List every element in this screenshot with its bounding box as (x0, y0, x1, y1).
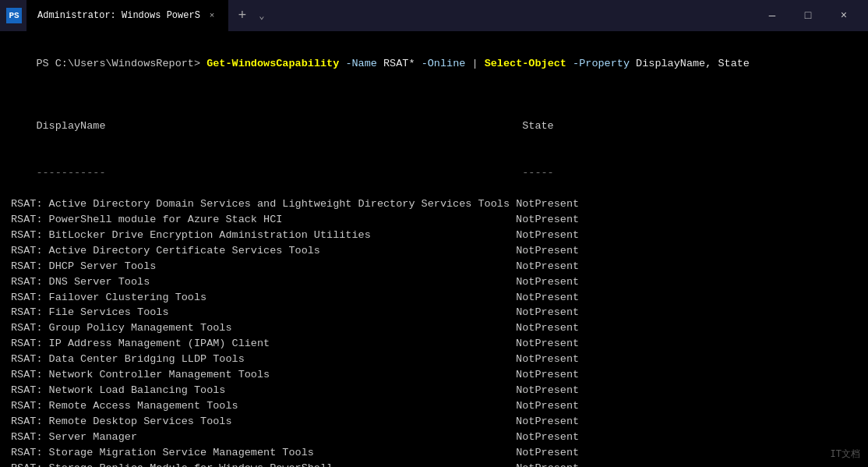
table-row: RSAT: File Services Tools NotPresent (11, 305, 857, 320)
row-displayname: RSAT: Failover Clustering Tools (11, 292, 206, 303)
table-row: RSAT: Storage Migration Service Manageme… (11, 445, 857, 461)
blank-line-1 (11, 87, 857, 103)
minimize-button[interactable]: — (754, 0, 790, 31)
cmd-get: Get-WindowsCapability (206, 58, 339, 69)
row-state: NotPresent (516, 198, 579, 210)
cmd-name-param: -Name (339, 58, 383, 69)
column-separator: ----------- ----- (11, 150, 857, 196)
cmd-online-param: -Online (415, 58, 472, 69)
row-displayname: RSAT: Storage Replica Module for Windows… (11, 462, 333, 467)
header-displayname: DisplayName (36, 120, 105, 132)
table-row: RSAT: Failover Clustering Tools NotPrese… (11, 290, 857, 306)
row-displayname: RSAT: DHCP Server Tools (11, 260, 156, 272)
row-displayname: RSAT: Remote Desktop Services Tools (11, 416, 232, 427)
row-state: NotPresent (516, 384, 579, 396)
pipe-char: | (471, 58, 484, 69)
row-displayname: RSAT: Active Directory Domain Services a… (11, 198, 510, 210)
row-state: NotPresent (516, 369, 579, 380)
close-button[interactable]: × (826, 0, 862, 31)
row-displayname: RSAT: IP Address Management (IPAM) Clien… (11, 338, 270, 349)
command-line: PS C:\Users\WindowsReport> Get-WindowsCa… (11, 41, 857, 87)
row-state: NotPresent (516, 292, 579, 303)
header-state: State (522, 120, 554, 132)
table-row: RSAT: Remote Desktop Services Tools NotP… (11, 414, 857, 430)
row-state: NotPresent (516, 416, 579, 427)
row-state: NotPresent (516, 276, 579, 288)
row-state: NotPresent (516, 229, 579, 241)
row-state: NotPresent (516, 462, 579, 467)
row-displayname: RSAT: Group Policy Management Tools (11, 322, 232, 334)
add-tab-button[interactable]: + (233, 8, 251, 23)
column-headers: DisplayName State (11, 103, 857, 150)
tab-close-button[interactable]: × (206, 9, 218, 22)
table-row: RSAT: BitLocker Drive Encryption Adminis… (11, 228, 857, 243)
table-row: RSAT: Remote Access Management Tools Not… (11, 398, 857, 414)
row-displayname: RSAT: Server Manager (11, 431, 137, 443)
watermark: IT文档 (831, 448, 860, 461)
row-displayname: RSAT: Active Directory Certificate Servi… (11, 245, 320, 256)
row-displayname: RSAT: Data Center Bridging LLDP Tools (11, 353, 245, 365)
title-bar-left: PS Administrator: Windows PowerS × + ⌄ (6, 0, 268, 31)
row-displayname: RSAT: BitLocker Drive Encryption Adminis… (11, 229, 371, 241)
row-displayname: RSAT: PowerShell module for Azure Stack … (11, 214, 282, 225)
row-displayname: RSAT: Network Load Balancing Tools (11, 384, 225, 396)
row-state: NotPresent (516, 400, 579, 412)
row-displayname: RSAT: Remote Access Management Tools (11, 400, 238, 412)
cmd-select: Select-Object (485, 58, 566, 69)
row-state: NotPresent (516, 306, 579, 318)
tab-dropdown-button[interactable]: ⌄ (256, 10, 267, 22)
cmd-name-val: RSAT* (383, 58, 415, 69)
powershell-icon: PS (6, 8, 22, 23)
tab-label: Administrator: Windows PowerS (37, 10, 200, 21)
table-row: RSAT: Data Center Bridging LLDP Tools No… (11, 352, 857, 367)
table-row: RSAT: DHCP Server Tools NotPresent (11, 259, 857, 274)
table-row: RSAT: Group Policy Management Tools NotP… (11, 320, 857, 336)
data-rows: RSAT: Active Directory Domain Services a… (11, 196, 857, 467)
row-displayname: RSAT: File Services Tools (11, 306, 169, 318)
table-row: RSAT: Network Controller Management Tool… (11, 367, 857, 383)
cmd-property-val: DisplayName, State (636, 58, 750, 69)
table-row: RSAT: PowerShell module for Azure Stack … (11, 212, 857, 228)
row-displayname: RSAT: Network Controller Management Tool… (11, 369, 270, 380)
terminal-output: PS C:\Users\WindowsReport> Get-WindowsCa… (0, 31, 868, 467)
active-tab[interactable]: Administrator: Windows PowerS × (26, 0, 228, 31)
table-row: RSAT: Active Directory Domain Services a… (11, 196, 857, 212)
table-row: RSAT: Server Manager NotPresent (11, 430, 857, 445)
row-state: NotPresent (516, 260, 579, 272)
row-state: NotPresent (516, 338, 579, 349)
table-row: RSAT: DNS Server Tools NotPresent (11, 274, 857, 290)
prompt: PS C:\Users\WindowsReport> (36, 58, 206, 69)
row-displayname: RSAT: Storage Migration Service Manageme… (11, 447, 314, 458)
row-state: NotPresent (516, 214, 579, 225)
row-state: NotPresent (516, 245, 579, 256)
table-row: RSAT: Active Directory Certificate Servi… (11, 243, 857, 259)
title-bar: PS Administrator: Windows PowerS × + ⌄ —… (0, 0, 868, 31)
table-row: RSAT: Storage Replica Module for Windows… (11, 461, 857, 467)
cmd-property-param: -Property (566, 58, 636, 69)
row-state: NotPresent (516, 322, 579, 334)
table-row: RSAT: Network Load Balancing Tools NotPr… (11, 383, 857, 398)
maximize-button[interactable]: □ (790, 0, 826, 31)
window-controls: — □ × (754, 0, 862, 31)
table-row: RSAT: IP Address Management (IPAM) Clien… (11, 336, 857, 352)
row-state: NotPresent (516, 353, 579, 365)
row-state: NotPresent (516, 431, 579, 443)
row-displayname: RSAT: DNS Server Tools (11, 276, 150, 288)
row-state: NotPresent (516, 447, 579, 458)
